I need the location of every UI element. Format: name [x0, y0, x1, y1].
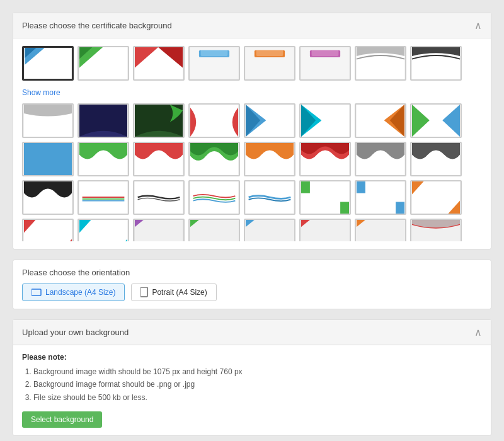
svg-rect-23 [190, 105, 238, 137]
svg-rect-57 [396, 202, 404, 214]
background-thumbnails-grid: Show more [22, 46, 482, 241]
bg-thumb-28[interactable] [188, 180, 240, 215]
svg-rect-73 [246, 220, 294, 241]
svg-rect-36 [24, 143, 72, 175]
bg-thumb-6[interactable] [299, 46, 351, 81]
show-more-container: Show more [22, 84, 482, 100]
svg-rect-54 [340, 202, 349, 214]
portrait-label: Potrait (A4 Size) [152, 288, 207, 297]
svg-rect-76 [301, 220, 349, 241]
svg-rect-84 [32, 289, 41, 295]
bg-thumb-23[interactable] [355, 142, 406, 176]
bg-thumb-15[interactable] [355, 103, 406, 138]
background-section-body: Show more [13, 38, 491, 249]
svg-rect-79 [357, 220, 404, 241]
bg-thumb-9[interactable] [22, 103, 74, 138]
bg-thumb-38[interactable] [299, 219, 351, 241]
svg-rect-14 [256, 50, 284, 56]
bg-thumb-33[interactable] [22, 219, 74, 241]
bg-thumb-21[interactable] [244, 142, 295, 176]
bg-thumb-20[interactable] [188, 142, 240, 176]
bg-thumb-10[interactable] [77, 103, 129, 138]
bg-thumb-3[interactable] [133, 46, 185, 81]
bg-thumb-26[interactable] [77, 180, 129, 215]
bg-thumb-13[interactable] [244, 103, 295, 138]
upload-section-header: Upload your own background ∧ [13, 320, 491, 345]
bg-thumb-2[interactable] [77, 46, 129, 81]
bg-thumb-4[interactable] [188, 46, 240, 81]
upload-note-label: Please note: [22, 353, 482, 362]
orientation-section-panel: Please choose the orientation Landscape … [13, 260, 491, 309]
orientation-buttons-group: Landscape (A4 Size) Potrait (A4 Size) [22, 284, 482, 301]
upload-section-body: Please note: Background image width shou… [13, 345, 491, 435]
bg-thumb-32[interactable] [410, 180, 462, 215]
bg-thumb-39[interactable] [355, 219, 406, 241]
bg-thumb-36[interactable] [188, 219, 240, 241]
svg-rect-85 [140, 287, 147, 297]
bg-thumb-16[interactable] [410, 103, 462, 138]
select-background-button[interactable]: Select background [22, 411, 102, 428]
bg-thumb-14[interactable] [299, 103, 351, 138]
upload-collapse-icon[interactable]: ∧ [474, 326, 482, 338]
upload-note-item-1: Background image width should be 1075 px… [33, 365, 482, 378]
portrait-button[interactable]: Potrait (A4 Size) [131, 284, 216, 301]
bg-thumb-40[interactable] [410, 219, 462, 241]
bg-thumb-24[interactable] [410, 142, 462, 176]
landscape-button[interactable]: Landscape (A4 Size) [22, 284, 125, 301]
svg-rect-70 [190, 220, 238, 241]
bg-thumb-12[interactable] [188, 103, 240, 138]
bg-thumb-18[interactable] [77, 142, 129, 176]
svg-rect-67 [135, 220, 183, 241]
bg-thumb-1[interactable] [22, 46, 74, 81]
bg-thumb-17[interactable] [22, 142, 74, 176]
upload-section-panel: Upload your own background ∧ Please note… [13, 319, 491, 436]
svg-rect-56 [357, 181, 365, 193]
upload-section-title: Upload your own background [22, 328, 129, 337]
bg-thumb-37[interactable] [244, 219, 295, 241]
background-section-title: Please choose the certificate background [22, 21, 172, 30]
bg-thumb-25[interactable] [22, 180, 74, 215]
background-section-panel: Please choose the certificate background… [13, 13, 491, 249]
upload-notes-list: Background image width should be 1075 px… [22, 365, 482, 404]
main-container: Please choose the certificate background… [13, 13, 491, 441]
bg-thumb-34[interactable] [77, 219, 129, 241]
bg-thumb-27[interactable] [133, 180, 185, 215]
landscape-icon [32, 289, 42, 296]
bg-thumb-8[interactable] [410, 46, 462, 81]
bg-thumb-19[interactable] [133, 142, 185, 176]
bg-collapse-icon[interactable]: ∧ [474, 20, 482, 32]
upload-note-item-3: File size should be 500 kb or less. [33, 391, 482, 404]
bg-thumb-31[interactable] [355, 180, 406, 215]
portrait-icon [140, 287, 148, 297]
svg-rect-53 [301, 181, 310, 193]
bg-thumb-5[interactable] [244, 46, 295, 81]
svg-rect-11 [201, 50, 228, 56]
show-more-link[interactable]: Show more [22, 86, 60, 98]
bg-thumb-29[interactable] [244, 180, 295, 215]
upload-note-item-2: Background image format should be .png o… [33, 378, 482, 391]
orientation-title: Please choose the orientation [22, 268, 482, 277]
background-section-header: Please choose the certificate background… [13, 13, 491, 38]
orientation-section-body: Please choose the orientation Landscape … [13, 260, 491, 309]
bg-thumb-22[interactable] [299, 142, 351, 176]
svg-rect-17 [312, 50, 339, 56]
bg-thumb-30[interactable] [299, 180, 351, 215]
bg-thumb-35[interactable] [133, 219, 185, 241]
landscape-label: Landscape (A4 Size) [45, 288, 115, 297]
bg-thumb-7[interactable] [355, 46, 406, 81]
bg-thumb-11[interactable] [133, 103, 185, 138]
